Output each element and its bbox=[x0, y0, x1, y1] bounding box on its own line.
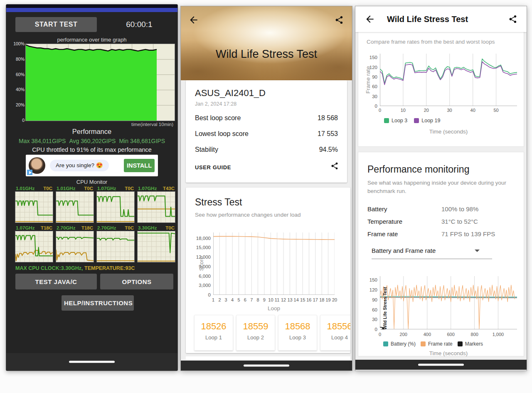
core-graph bbox=[138, 192, 175, 222]
stability-row: Stability 94.5% bbox=[195, 146, 338, 153]
loop-score: 18526 bbox=[195, 321, 233, 332]
gesture-handle[interactable] bbox=[418, 364, 464, 366]
back-arrow-icon[interactable] bbox=[188, 15, 199, 25]
core-graph bbox=[15, 231, 53, 262]
loop-label: Loop 4 bbox=[320, 334, 350, 341]
compare-chart bbox=[380, 54, 517, 106]
row-label: Stability bbox=[195, 146, 218, 153]
frame-rate-compare-card: Compare frame rates from the best and wo… bbox=[358, 32, 524, 147]
best-loop-row: Best loop score 18 568 bbox=[195, 114, 338, 122]
stress-test-title: Stress Test bbox=[195, 197, 242, 208]
ad-banner[interactable]: Are you single? 😍 INSTALL bbox=[26, 155, 158, 176]
cpu-core-6: 2.70GHzT0C bbox=[96, 225, 135, 262]
share-icon[interactable] bbox=[330, 162, 339, 170]
gesture-handle[interactable] bbox=[69, 361, 115, 363]
core-frequency: 1.01GHz bbox=[16, 186, 34, 191]
loop-label: Loop 1 bbox=[195, 334, 233, 341]
core-frequency: 1.07GHz bbox=[97, 186, 116, 191]
performance-monitoring-title: Performance monitoring bbox=[367, 164, 469, 175]
compare-chart-legend: Loop 3Loop 19 bbox=[384, 118, 440, 124]
loop-label: Loop 3 bbox=[278, 334, 317, 341]
core-temperature: T18C bbox=[81, 225, 93, 230]
chevron-down-icon bbox=[475, 250, 480, 252]
lowest-loop-row: Lowest loop score 17 553 bbox=[195, 130, 338, 138]
dropdown-underline bbox=[372, 259, 492, 259]
performance-graph-title: performance over time graph bbox=[6, 37, 177, 43]
back-arrow-icon[interactable] bbox=[365, 14, 375, 25]
cpu-core-7: 3.30GHzT0C bbox=[137, 225, 175, 262]
stat-avg: Avg 360,202GIPS bbox=[69, 138, 116, 144]
row-label: Best loop score bbox=[195, 114, 241, 122]
row-label: Frame rate bbox=[367, 230, 398, 237]
navigation-bar bbox=[6, 353, 177, 371]
ad-install-button[interactable]: INSTALL bbox=[124, 159, 155, 172]
cpu-throttling-app-panel: START TEST 60:00:1 performance over time… bbox=[6, 4, 178, 371]
core-graph bbox=[97, 192, 134, 222]
core-graph bbox=[56, 192, 94, 222]
core-graph bbox=[97, 231, 134, 262]
core-graph bbox=[56, 231, 94, 262]
share-icon[interactable] bbox=[335, 15, 344, 25]
test-java-c-button[interactable]: TEST JAVA/C bbox=[15, 274, 97, 289]
ad-message: Are you single? 😍 bbox=[50, 160, 109, 171]
test-timer: 60:00:1 bbox=[106, 17, 172, 32]
battery-row: Battery 100% to 98% bbox=[367, 205, 511, 213]
chart2-y-ticks: 1501209060300 bbox=[358, 276, 377, 329]
compare-subtitle: Compare frame rates from the best and wo… bbox=[367, 39, 495, 45]
core-frequency: 2.70GHz bbox=[57, 225, 75, 230]
core-temperature: T0C bbox=[84, 186, 93, 191]
row-value: 94.5% bbox=[319, 146, 338, 153]
start-test-button[interactable]: START TEST bbox=[15, 17, 97, 32]
user-guide-link[interactable]: USER GUIDE bbox=[195, 164, 231, 171]
row-label: Battery bbox=[367, 205, 387, 213]
loop-score: 18556 bbox=[320, 321, 350, 332]
help-instructions-button[interactable]: HELP/INSTRUCTIONS bbox=[62, 295, 134, 311]
battery-frame-chart bbox=[380, 276, 517, 329]
share-icon[interactable] bbox=[508, 15, 517, 24]
loop-score-card[interactable]: 18559 Loop 2 bbox=[236, 315, 275, 351]
metric-dropdown[interactable]: Battery and Frame rate bbox=[372, 247, 492, 255]
cpu-core-grid: 1.01GHzT0C 1.01GHzT0C 1.07GHzT0C 1.07GHz… bbox=[15, 185, 175, 262]
stress-details-panel: Wild Life Stress Test Compare frame rate… bbox=[355, 6, 527, 371]
temperature-row: Temperature 31°C to 52°C bbox=[367, 218, 511, 225]
row-label: Temperature bbox=[367, 218, 402, 225]
device-name: ASUS_AI2401_D bbox=[195, 88, 266, 99]
time-axis-label: Time (seconds) bbox=[380, 129, 517, 135]
performance-section-title: Performance bbox=[6, 128, 177, 136]
gesture-handle[interactable] bbox=[244, 365, 289, 367]
loop-compare-line-chart bbox=[380, 54, 517, 106]
screenshot-canvas: START TEST 60:00:1 performance over time… bbox=[0, 0, 532, 393]
core-graph bbox=[138, 231, 175, 262]
battery-frame-line-chart bbox=[380, 276, 517, 329]
loop-score: 18568 bbox=[278, 321, 317, 332]
options-button[interactable]: OPTIONS bbox=[100, 274, 173, 289]
loop-score-cards: 18526 Loop 1 18559 Loop 2 18568 Loop 3 1… bbox=[194, 315, 350, 351]
core-temperature: T18C bbox=[41, 225, 52, 230]
cpu-core-5: 2.70GHzT18C bbox=[56, 225, 94, 262]
loop-label: Loop 2 bbox=[236, 334, 275, 341]
next-card-edge bbox=[186, 356, 350, 360]
loop-score-card[interactable]: 18526 Loop 1 bbox=[194, 315, 233, 351]
row-value: 31°C to 52°C bbox=[441, 218, 478, 225]
dropdown-value: Battery and Frame rate bbox=[372, 247, 436, 254]
benchmark-result-panel: Wild Life Stress Test ASUS_AI2401_D Jan … bbox=[180, 6, 352, 371]
ad-choices-icon[interactable] bbox=[27, 170, 32, 175]
performance-monitoring-card: Performance monitoring See what was happ… bbox=[358, 152, 524, 356]
cpu-core-4: 1.07GHzT18C bbox=[15, 225, 53, 262]
core-temperature: T0C bbox=[43, 186, 52, 191]
navigation-bar bbox=[355, 360, 527, 370]
stress-line-chart bbox=[213, 232, 335, 295]
cpu-core-0: 1.01GHzT0C bbox=[15, 185, 53, 223]
core-frequency: 1.07GHz bbox=[138, 186, 157, 191]
chart2-y-axis-label: Wild Life Stress Test bbox=[382, 276, 387, 329]
max-temperature-value: TEMPERATURE:93C bbox=[83, 265, 135, 271]
page-title: Wild Life Stress Test bbox=[387, 6, 468, 32]
loop-score-card[interactable]: 18556 Loop 4 bbox=[320, 315, 350, 351]
loop-score-card[interactable]: 18568 Loop 3 bbox=[278, 315, 317, 351]
progress-bar bbox=[6, 8, 177, 12]
row-value: 17 553 bbox=[318, 130, 338, 138]
cpu-core-2: 1.07GHzT0C bbox=[96, 185, 135, 223]
compare-chart-x-ticks: 01020304050 bbox=[380, 108, 517, 114]
performance-over-time-chart bbox=[25, 44, 175, 121]
core-frequency: 3.30GHz bbox=[138, 225, 157, 230]
